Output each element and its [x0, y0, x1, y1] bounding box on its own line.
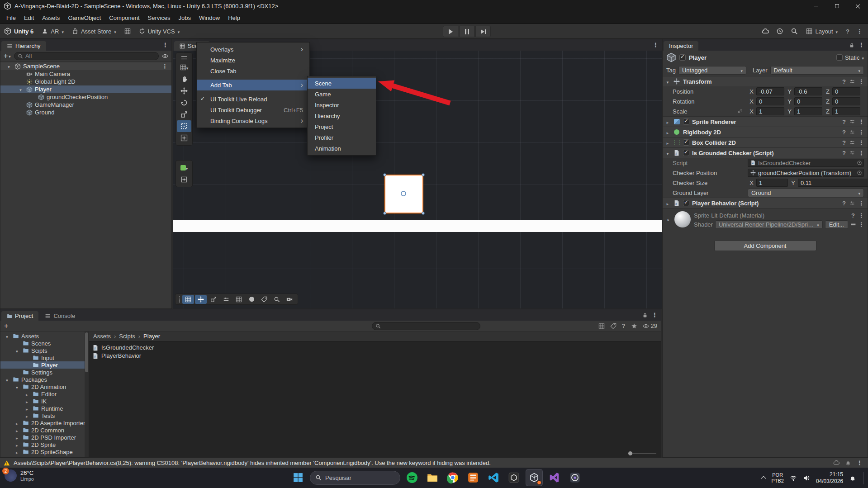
object-picker-icon[interactable]: [857, 160, 862, 166]
material-menu-icon[interactable]: [859, 212, 864, 219]
inspector-panel-menu-icon[interactable]: [859, 42, 864, 48]
hierarchy-item-groundcheckerposition[interactable]: groundCheckerPosition: [0, 93, 171, 101]
checker-size-y-field[interactable]: [798, 179, 868, 187]
component-menu-icon[interactable]: [859, 200, 864, 207]
hierarchy-item-player[interactable]: Player: [0, 85, 171, 93]
add-component-button[interactable]: Add Component: [714, 240, 816, 251]
menu-item-add-tab[interactable]: Add Tab: [197, 80, 309, 90]
taskbar-search-input[interactable]: [325, 474, 395, 481]
scene-picking-icon[interactable]: [162, 53, 168, 59]
photos-app-icon[interactable]: [566, 469, 583, 486]
scale-z-field[interactable]: [832, 107, 860, 115]
hidden-count-toggle[interactable]: 29: [643, 322, 657, 329]
ground-sprite[interactable]: [173, 220, 662, 232]
hierarchy-add-button[interactable]: [4, 52, 11, 60]
notifications-bell-icon[interactable]: [849, 474, 856, 482]
tab-console[interactable]: Console: [39, 311, 81, 321]
overlay-extra-tool[interactable]: [177, 174, 191, 185]
notes-app-icon[interactable]: [465, 469, 482, 486]
help-icon[interactable]: [851, 212, 855, 219]
project-folder-2d-animation[interactable]: 2D Animation: [0, 383, 89, 390]
project-search[interactable]: [372, 322, 480, 330]
layout-dropdown[interactable]: Layout: [805, 28, 839, 35]
project-panel-menu-icon[interactable]: [652, 312, 658, 318]
link-icon[interactable]: [737, 109, 743, 114]
help-icon[interactable]: [842, 78, 846, 85]
help-icon[interactable]: [846, 28, 849, 35]
static-dropdown-icon[interactable]: [862, 54, 864, 61]
grid-snap-tool[interactable]: [177, 162, 191, 174]
file-explorer-icon[interactable]: [424, 469, 441, 486]
slider-knob[interactable]: [628, 451, 632, 455]
component-menu-icon[interactable]: [859, 78, 864, 85]
status-menu-icon[interactable]: [857, 460, 863, 466]
hierarchy-item-main-camera[interactable]: Main Camera: [0, 70, 171, 78]
rotation-y-field[interactable]: [794, 97, 822, 105]
info-icon[interactable]: [622, 322, 626, 329]
script-object-field[interactable]: IsGroundedChecker: [748, 159, 864, 167]
project-folder-scenes[interactable]: Scenes: [0, 340, 89, 347]
foldout-arrow[interactable]: [665, 200, 670, 207]
enabled-checkbox[interactable]: [683, 118, 689, 125]
view-options-tool[interactable]: [177, 62, 191, 73]
breadcrumb-assets[interactable]: Assets: [93, 333, 111, 340]
step-button[interactable]: [475, 26, 491, 37]
shear-button[interactable]: [208, 295, 219, 304]
menu-edit[interactable]: Edit: [20, 12, 38, 24]
project-folder-2d-sprite[interactable]: 2D Sprite: [0, 441, 89, 448]
presets-icon[interactable]: [849, 150, 855, 156]
ground-layer-dropdown[interactable]: Ground: [748, 189, 864, 197]
menu-assets[interactable]: Assets: [38, 12, 64, 24]
asset-isgroundedchecker[interactable]: IsGroundedChecker: [92, 344, 658, 351]
search-button[interactable]: [271, 295, 283, 304]
help-icon[interactable]: [842, 200, 846, 207]
component-menu-icon[interactable]: [859, 118, 864, 125]
foldout-arrow[interactable]: [665, 129, 670, 136]
foldout-arrow[interactable]: [665, 150, 670, 156]
project-folder-scipts[interactable]: Scipts: [0, 347, 89, 354]
project-folder-input[interactable]: Input: [0, 354, 89, 361]
unity-vcs-button[interactable]: Unity VCS: [135, 24, 184, 38]
tag-dropdown[interactable]: Untagged: [678, 66, 746, 75]
project-add-button[interactable]: [4, 322, 8, 330]
enabled-checkbox[interactable]: [683, 200, 689, 206]
scrollbar-thumb[interactable]: [85, 332, 88, 372]
position-y-field[interactable]: [794, 87, 822, 95]
enabled-checkbox[interactable]: [683, 150, 689, 156]
search-icon[interactable]: [791, 28, 798, 35]
help-icon[interactable]: [842, 139, 846, 146]
project-folder-settings[interactable]: Settings: [0, 369, 89, 376]
menu-jobs[interactable]: Jobs: [174, 12, 194, 24]
menu-item-ui-toolkit-live-reload[interactable]: UI Toolkit Live Reload: [197, 94, 309, 104]
menu-item-ui-toolkit-debugger[interactable]: UI Toolkit DebuggerCtrl+F5: [197, 104, 309, 115]
vscode-icon[interactable]: [485, 469, 502, 486]
breadcrumb-player[interactable]: Player: [143, 333, 160, 340]
menu-component[interactable]: Component: [105, 12, 143, 24]
transform-header[interactable]: Transform: [663, 76, 868, 86]
volume-icon[interactable]: [803, 474, 810, 482]
grid-visibility-button[interactable]: [182, 295, 194, 304]
menu-file[interactable]: File: [2, 12, 20, 24]
component-menu-icon[interactable]: [859, 129, 864, 136]
collab-icon[interactable]: [833, 460, 840, 466]
foldout-arrow[interactable]: [665, 139, 670, 146]
player-sprite-selected[interactable]: [384, 175, 423, 213]
submenu-item-game[interactable]: Game: [308, 89, 376, 99]
unity-hub-icon[interactable]: [505, 469, 522, 486]
menu-services[interactable]: Services: [144, 12, 175, 24]
is-grounded-checker-header[interactable]: Is Grounded Checker (Script): [663, 147, 868, 158]
notifications-bell-icon[interactable]: [845, 460, 851, 466]
presets-icon[interactable]: [849, 140, 855, 145]
menu-item-binding-console-logs[interactable]: Binding Console Logs: [197, 115, 309, 126]
scale-y-field[interactable]: [794, 107, 822, 115]
material-preview-sphere[interactable]: [674, 211, 691, 227]
rect-handle[interactable]: [383, 173, 386, 176]
minimize-button[interactable]: [806, 0, 826, 12]
maximize-button[interactable]: [826, 0, 847, 12]
checker-size-x-field[interactable]: [756, 179, 788, 187]
search-by-label-icon[interactable]: [610, 323, 617, 329]
menu-help[interactable]: Help: [224, 12, 244, 24]
hierarchy-item-samplescene[interactable]: SampleScene: [0, 62, 171, 70]
foldout-arrow[interactable]: [665, 118, 670, 125]
presets-icon[interactable]: [849, 79, 855, 84]
